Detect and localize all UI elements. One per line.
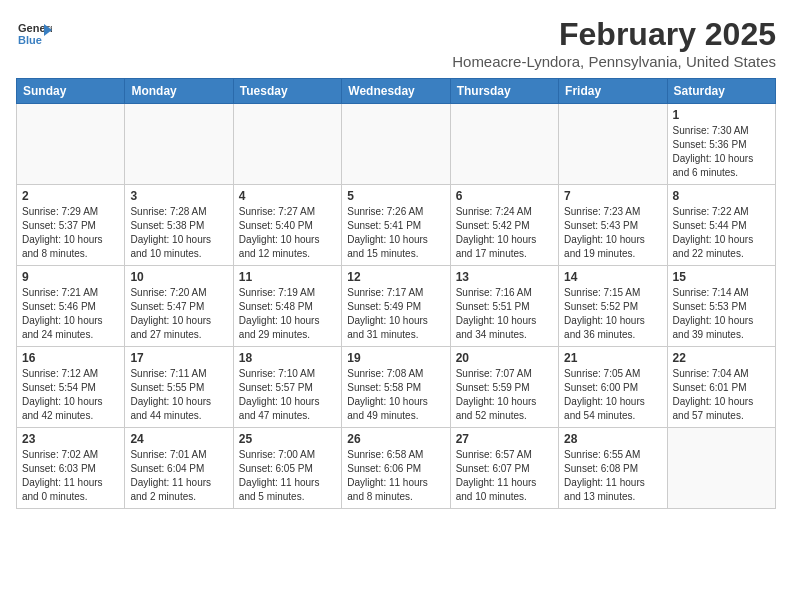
- weekday-header-thursday: Thursday: [450, 79, 558, 104]
- weekday-header-tuesday: Tuesday: [233, 79, 341, 104]
- day-info: Sunrise: 6:55 AM Sunset: 6:08 PM Dayligh…: [564, 448, 661, 504]
- day-info: Sunrise: 7:27 AM Sunset: 5:40 PM Dayligh…: [239, 205, 336, 261]
- day-info: Sunrise: 7:14 AM Sunset: 5:53 PM Dayligh…: [673, 286, 770, 342]
- day-info: Sunrise: 7:02 AM Sunset: 6:03 PM Dayligh…: [22, 448, 119, 504]
- day-number: 16: [22, 351, 119, 365]
- calendar-cell: [667, 428, 775, 509]
- day-number: 20: [456, 351, 553, 365]
- day-info: Sunrise: 7:15 AM Sunset: 5:52 PM Dayligh…: [564, 286, 661, 342]
- day-info: Sunrise: 6:57 AM Sunset: 6:07 PM Dayligh…: [456, 448, 553, 504]
- day-number: 1: [673, 108, 770, 122]
- day-number: 7: [564, 189, 661, 203]
- calendar-header: General Blue February 2025 Homeacre-Lynd…: [16, 16, 776, 70]
- location-title: Homeacre-Lyndora, Pennsylvania, United S…: [452, 53, 776, 70]
- calendar-cell: 3Sunrise: 7:28 AM Sunset: 5:38 PM Daylig…: [125, 185, 233, 266]
- day-info: Sunrise: 7:04 AM Sunset: 6:01 PM Dayligh…: [673, 367, 770, 423]
- day-number: 17: [130, 351, 227, 365]
- day-info: Sunrise: 7:10 AM Sunset: 5:57 PM Dayligh…: [239, 367, 336, 423]
- day-number: 24: [130, 432, 227, 446]
- logo-icon: General Blue: [16, 16, 52, 52]
- day-number: 23: [22, 432, 119, 446]
- day-number: 18: [239, 351, 336, 365]
- calendar-week-4: 16Sunrise: 7:12 AM Sunset: 5:54 PM Dayli…: [17, 347, 776, 428]
- day-number: 6: [456, 189, 553, 203]
- calendar-week-1: 1Sunrise: 7:30 AM Sunset: 5:36 PM Daylig…: [17, 104, 776, 185]
- calendar-week-2: 2Sunrise: 7:29 AM Sunset: 5:37 PM Daylig…: [17, 185, 776, 266]
- weekday-header-saturday: Saturday: [667, 79, 775, 104]
- calendar-cell: 6Sunrise: 7:24 AM Sunset: 5:42 PM Daylig…: [450, 185, 558, 266]
- calendar-week-5: 23Sunrise: 7:02 AM Sunset: 6:03 PM Dayli…: [17, 428, 776, 509]
- calendar-cell: 14Sunrise: 7:15 AM Sunset: 5:52 PM Dayli…: [559, 266, 667, 347]
- day-number: 5: [347, 189, 444, 203]
- day-number: 27: [456, 432, 553, 446]
- calendar-cell: 2Sunrise: 7:29 AM Sunset: 5:37 PM Daylig…: [17, 185, 125, 266]
- day-number: 12: [347, 270, 444, 284]
- calendar-cell: 11Sunrise: 7:19 AM Sunset: 5:48 PM Dayli…: [233, 266, 341, 347]
- day-number: 9: [22, 270, 119, 284]
- day-number: 25: [239, 432, 336, 446]
- day-info: Sunrise: 7:12 AM Sunset: 5:54 PM Dayligh…: [22, 367, 119, 423]
- calendar-cell: 13Sunrise: 7:16 AM Sunset: 5:51 PM Dayli…: [450, 266, 558, 347]
- day-info: Sunrise: 7:20 AM Sunset: 5:47 PM Dayligh…: [130, 286, 227, 342]
- calendar-cell: 25Sunrise: 7:00 AM Sunset: 6:05 PM Dayli…: [233, 428, 341, 509]
- weekday-header-sunday: Sunday: [17, 79, 125, 104]
- day-info: Sunrise: 7:16 AM Sunset: 5:51 PM Dayligh…: [456, 286, 553, 342]
- calendar-cell: 9Sunrise: 7:21 AM Sunset: 5:46 PM Daylig…: [17, 266, 125, 347]
- day-info: Sunrise: 7:00 AM Sunset: 6:05 PM Dayligh…: [239, 448, 336, 504]
- calendar-cell: 15Sunrise: 7:14 AM Sunset: 5:53 PM Dayli…: [667, 266, 775, 347]
- day-info: Sunrise: 7:17 AM Sunset: 5:49 PM Dayligh…: [347, 286, 444, 342]
- day-info: Sunrise: 7:19 AM Sunset: 5:48 PM Dayligh…: [239, 286, 336, 342]
- day-number: 15: [673, 270, 770, 284]
- calendar-cell: 28Sunrise: 6:55 AM Sunset: 6:08 PM Dayli…: [559, 428, 667, 509]
- calendar-cell: [17, 104, 125, 185]
- calendar-cell: [233, 104, 341, 185]
- day-number: 14: [564, 270, 661, 284]
- day-info: Sunrise: 7:07 AM Sunset: 5:59 PM Dayligh…: [456, 367, 553, 423]
- calendar-cell: 27Sunrise: 6:57 AM Sunset: 6:07 PM Dayli…: [450, 428, 558, 509]
- day-number: 21: [564, 351, 661, 365]
- calendar-week-3: 9Sunrise: 7:21 AM Sunset: 5:46 PM Daylig…: [17, 266, 776, 347]
- calendar-cell: 19Sunrise: 7:08 AM Sunset: 5:58 PM Dayli…: [342, 347, 450, 428]
- day-number: 8: [673, 189, 770, 203]
- calendar-cell: [559, 104, 667, 185]
- calendar-cell: 16Sunrise: 7:12 AM Sunset: 5:54 PM Dayli…: [17, 347, 125, 428]
- day-number: 10: [130, 270, 227, 284]
- calendar-table: SundayMondayTuesdayWednesdayThursdayFrid…: [16, 78, 776, 509]
- day-info: Sunrise: 7:28 AM Sunset: 5:38 PM Dayligh…: [130, 205, 227, 261]
- calendar-cell: [342, 104, 450, 185]
- day-info: Sunrise: 7:24 AM Sunset: 5:42 PM Dayligh…: [456, 205, 553, 261]
- calendar-cell: 22Sunrise: 7:04 AM Sunset: 6:01 PM Dayli…: [667, 347, 775, 428]
- calendar-cell: 24Sunrise: 7:01 AM Sunset: 6:04 PM Dayli…: [125, 428, 233, 509]
- calendar-cell: 7Sunrise: 7:23 AM Sunset: 5:43 PM Daylig…: [559, 185, 667, 266]
- weekday-header-row: SundayMondayTuesdayWednesdayThursdayFrid…: [17, 79, 776, 104]
- calendar-cell: 21Sunrise: 7:05 AM Sunset: 6:00 PM Dayli…: [559, 347, 667, 428]
- day-info: Sunrise: 7:21 AM Sunset: 5:46 PM Dayligh…: [22, 286, 119, 342]
- calendar-cell: 18Sunrise: 7:10 AM Sunset: 5:57 PM Dayli…: [233, 347, 341, 428]
- weekday-header-friday: Friday: [559, 79, 667, 104]
- calendar-cell: 1Sunrise: 7:30 AM Sunset: 5:36 PM Daylig…: [667, 104, 775, 185]
- calendar-cell: 5Sunrise: 7:26 AM Sunset: 5:41 PM Daylig…: [342, 185, 450, 266]
- calendar-cell: 8Sunrise: 7:22 AM Sunset: 5:44 PM Daylig…: [667, 185, 775, 266]
- day-info: Sunrise: 7:08 AM Sunset: 5:58 PM Dayligh…: [347, 367, 444, 423]
- title-area: February 2025 Homeacre-Lyndora, Pennsylv…: [452, 16, 776, 70]
- day-number: 19: [347, 351, 444, 365]
- day-info: Sunrise: 7:26 AM Sunset: 5:41 PM Dayligh…: [347, 205, 444, 261]
- calendar-cell: 20Sunrise: 7:07 AM Sunset: 5:59 PM Dayli…: [450, 347, 558, 428]
- day-info: Sunrise: 7:30 AM Sunset: 5:36 PM Dayligh…: [673, 124, 770, 180]
- calendar-cell: 26Sunrise: 6:58 AM Sunset: 6:06 PM Dayli…: [342, 428, 450, 509]
- day-number: 3: [130, 189, 227, 203]
- calendar-cell: [125, 104, 233, 185]
- day-info: Sunrise: 7:11 AM Sunset: 5:55 PM Dayligh…: [130, 367, 227, 423]
- calendar-cell: 4Sunrise: 7:27 AM Sunset: 5:40 PM Daylig…: [233, 185, 341, 266]
- day-number: 4: [239, 189, 336, 203]
- weekday-header-wednesday: Wednesday: [342, 79, 450, 104]
- month-title: February 2025: [452, 16, 776, 53]
- day-info: Sunrise: 7:01 AM Sunset: 6:04 PM Dayligh…: [130, 448, 227, 504]
- day-number: 11: [239, 270, 336, 284]
- day-number: 22: [673, 351, 770, 365]
- day-info: Sunrise: 7:23 AM Sunset: 5:43 PM Dayligh…: [564, 205, 661, 261]
- day-number: 13: [456, 270, 553, 284]
- calendar-cell: 12Sunrise: 7:17 AM Sunset: 5:49 PM Dayli…: [342, 266, 450, 347]
- day-number: 26: [347, 432, 444, 446]
- calendar-cell: [450, 104, 558, 185]
